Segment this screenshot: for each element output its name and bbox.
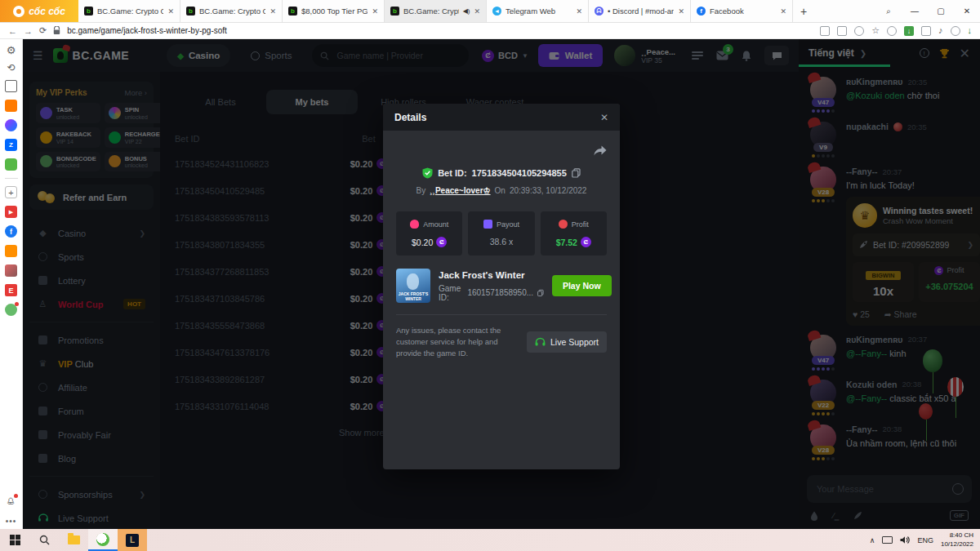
messenger-icon[interactable] xyxy=(5,119,17,131)
bet-stats: Amount $0.20Ȼ Payout 38.6 x Profit $7.52… xyxy=(396,211,607,256)
network-icon[interactable] xyxy=(882,536,893,544)
windows-logo-icon xyxy=(10,535,20,545)
window-minimize-button[interactable]: — xyxy=(902,7,928,16)
stat-profit: Profit $7.52Ȼ xyxy=(541,211,607,256)
bcgame-page: ☰ BC.GAME ◆Casino Sports ȻBCD▼ Wallet xyxy=(23,39,980,529)
payout-value: 38.6 x xyxy=(490,237,514,247)
verified-shield-icon xyxy=(422,167,433,179)
padlock-icon xyxy=(53,26,60,35)
close-tab-icon[interactable]: ✕ xyxy=(372,7,378,16)
more-options-icon[interactable]: ••• xyxy=(6,517,17,526)
adblock-shield-icon[interactable] xyxy=(887,26,897,36)
new-tab-button[interactable]: + xyxy=(793,0,814,22)
play-now-button[interactable]: Play Now xyxy=(552,275,612,296)
modal-body: Bet ID: 1751834504105294855 By ¸¸Peace~l… xyxy=(383,131,620,367)
reading-list-icon[interactable] xyxy=(5,80,17,92)
image-shortcut-icon[interactable] xyxy=(5,264,17,277)
close-tab-icon[interactable]: ✕ xyxy=(678,7,684,16)
update-download-icon[interactable]: ↓ xyxy=(968,26,973,35)
tv-shortcut-icon[interactable] xyxy=(5,245,17,257)
modal-title: Details xyxy=(394,112,426,123)
game-thumbnail[interactable]: JACK FROST'S WINTER xyxy=(396,269,430,303)
profit-value: $7.52 xyxy=(556,238,577,247)
back-icon[interactable]: ← xyxy=(8,26,17,36)
window-controls: ⌕ — ▢ ✕ xyxy=(875,0,980,22)
window-close-button[interactable]: ✕ xyxy=(954,7,980,16)
bet-user-link[interactable]: ¸¸Peace~lover♔ xyxy=(430,186,490,195)
tab-bcgame-active[interactable]: bBC.Game: Crypto Cas◀)✕ xyxy=(385,0,487,22)
coccoc-brand[interactable]: cốc cốc xyxy=(0,0,78,22)
close-tab-icon[interactable]: ✕ xyxy=(780,7,786,16)
media-note-icon[interactable]: ♪ xyxy=(938,26,943,35)
coin-icon: Ȼ xyxy=(436,237,447,247)
games-icon[interactable] xyxy=(5,158,17,171)
copy-icon[interactable] xyxy=(537,288,544,298)
tab-telegram[interactable]: ◄Telegram Web✕ xyxy=(487,0,589,22)
tab-discord[interactable]: ᗣ• Discord | #mod-anno✕ xyxy=(589,0,691,22)
tab-bcgame-2[interactable]: bBC.Game: Crypto Casino✕ xyxy=(180,0,283,22)
send-to-device-icon[interactable] xyxy=(820,26,830,36)
extensions-icon[interactable] xyxy=(921,26,931,36)
thumbnail-caption: JACK FROST'S WINTER xyxy=(396,291,430,301)
download-manager-icon[interactable]: ↓ xyxy=(904,26,914,36)
amount-icon xyxy=(410,220,419,229)
profile-avatar-icon[interactable] xyxy=(951,26,960,36)
headset-icon xyxy=(535,337,546,347)
tab-facebook[interactable]: fFacebook✕ xyxy=(691,0,793,22)
start-button[interactable] xyxy=(0,529,29,551)
close-tab-icon[interactable]: ✕ xyxy=(270,7,276,16)
modal-header: Details ✕ xyxy=(383,104,620,131)
coccoc-icon xyxy=(96,533,109,546)
stat-payout: Payout 38.6 x xyxy=(468,211,534,256)
notifications-bell-icon[interactable]: 🕭 xyxy=(7,495,16,507)
taskbar-search-button[interactable] xyxy=(29,529,59,551)
coin-icon: Ȼ xyxy=(581,237,591,247)
bookmark-star-icon[interactable]: ☆ xyxy=(871,26,880,35)
discord-favicon: ᗣ xyxy=(595,7,604,16)
bet-id-label: Bet ID: xyxy=(438,168,466,178)
youtube-icon[interactable]: ▶ xyxy=(5,206,17,218)
history-icon[interactable]: ⟲ xyxy=(7,63,15,73)
browser-tabbar: cốc cốc bBC.Game: Crypto Casino✕ bBC.Gam… xyxy=(0,0,980,23)
close-tab-icon[interactable]: ✕ xyxy=(167,7,174,16)
taskbar-clock[interactable]: 8:40 CH10/12/2022 xyxy=(941,531,973,549)
forward-icon[interactable]: → xyxy=(24,26,33,36)
facebook-shortcut-icon[interactable]: f xyxy=(5,225,17,238)
payout-icon xyxy=(483,220,492,229)
coccoc-taskbar-button[interactable] xyxy=(88,529,118,551)
close-tab-icon[interactable]: ✕ xyxy=(474,7,480,16)
settings-gear-icon[interactable]: ⚙ xyxy=(7,45,16,56)
tab-pgsoft[interactable]: b$8,000 Top Tier PGSoft M✕ xyxy=(283,0,385,22)
share-page-icon[interactable] xyxy=(854,26,864,36)
reload-icon[interactable]: ⟳ xyxy=(39,25,47,36)
league-of-legends-button[interactable]: L xyxy=(118,529,147,551)
file-explorer-button[interactable] xyxy=(59,529,88,551)
share-icon[interactable] xyxy=(594,145,607,156)
input-language[interactable]: ENG xyxy=(917,536,933,544)
modal-close-icon[interactable]: ✕ xyxy=(600,112,608,123)
system-tray: ∧ ENG 8:40 CH10/12/2022 xyxy=(870,531,980,549)
translate-icon[interactable] xyxy=(837,26,847,36)
bcgame-favicon: b xyxy=(84,7,93,16)
add-shortcut-icon[interactable]: + xyxy=(5,186,17,198)
dino-extension-icon[interactable] xyxy=(5,304,17,316)
game-title: Jack Frost's Winter xyxy=(439,270,544,280)
e-shortcut-icon[interactable]: E xyxy=(5,284,17,296)
tab-bcgame-1[interactable]: bBC.Game: Crypto Casino✕ xyxy=(78,0,180,22)
window-maximize-button[interactable]: ▢ xyxy=(928,7,954,16)
bet-datetime: 20:39:33, 10/12/2022 xyxy=(510,186,587,195)
coccoc-news-icon[interactable] xyxy=(5,100,17,112)
url-text[interactable]: bc.game/game/jack-frost-s-winter-by-pg-s… xyxy=(67,26,227,35)
copy-icon[interactable] xyxy=(572,168,581,178)
tab-search-icon[interactable]: ⌕ xyxy=(875,7,902,16)
brand-label: cốc cốc xyxy=(29,6,65,17)
zalo-icon[interactable]: Z xyxy=(5,139,17,151)
live-support-button[interactable]: Live Support xyxy=(527,331,607,353)
tab-audio-icon[interactable]: ◀) xyxy=(463,7,470,15)
game-id-value: 1601571858950... xyxy=(467,288,533,297)
close-tab-icon[interactable]: ✕ xyxy=(576,7,582,16)
volume-icon[interactable] xyxy=(900,535,910,544)
browser-body: ⚙ ⟲ Z + ▶ f E 🕭 ••• ☰ xyxy=(0,39,980,529)
telegram-favicon: ◄ xyxy=(492,7,501,16)
tray-expand-icon[interactable]: ∧ xyxy=(870,536,875,544)
